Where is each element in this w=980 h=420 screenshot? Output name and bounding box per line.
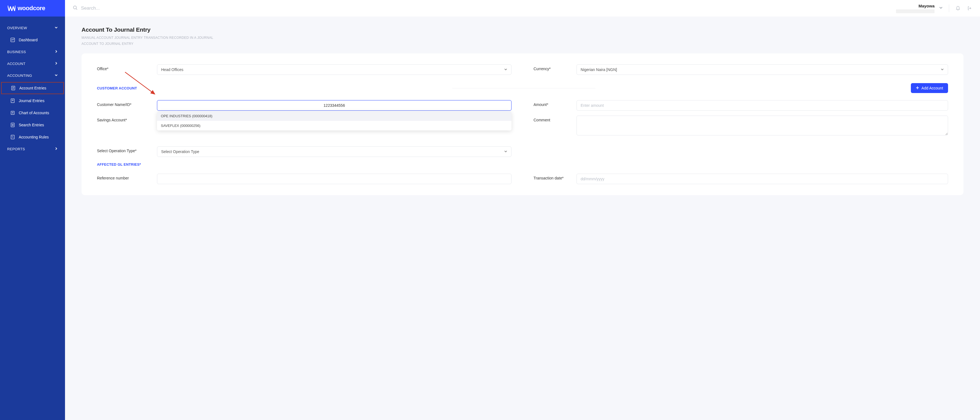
transaction-date-input[interactable] [576, 174, 948, 184]
sidebar-item-label: Chart of Accounts [19, 111, 49, 115]
brand-text: woodcore [18, 5, 45, 12]
content: Account To Journal Entry MANUAL ACCOUNT … [65, 16, 980, 205]
svg-rect-11 [11, 123, 14, 127]
chevron-down-icon [940, 67, 944, 72]
customer-autocomplete-dropdown: OPE INDUSTRIES (000000418) SAVEFLEX (000… [157, 111, 511, 130]
entries-icon [11, 86, 16, 90]
svg-rect-8 [11, 111, 14, 114]
autocomplete-option[interactable]: OPE INDUSTRIES (000000418) [157, 111, 511, 121]
page-subtitle: MANUAL ACCOUNT JOURNAL ENTRY TRANSACTION… [81, 36, 964, 40]
dashboard-icon [11, 38, 15, 42]
sidebar-item-label: Journal Entries [19, 98, 45, 103]
rules-icon [11, 135, 15, 139]
user-menu[interactable]: Mayowa [896, 3, 943, 13]
reference-number-input[interactable] [157, 174, 511, 184]
chevron-down-icon [54, 73, 58, 78]
comment-textarea[interactable] [576, 116, 948, 135]
chevron-down-icon [54, 26, 58, 30]
chevron-right-icon [54, 62, 58, 66]
sidebar-section-label: BUSINESS [7, 50, 26, 54]
svg-point-16 [73, 6, 76, 9]
sidebar-item-dashboard[interactable]: Dashboard [0, 34, 65, 46]
topbar: Mayowa [65, 0, 980, 16]
sidebar-item-label: Search Entries [19, 123, 44, 127]
sidebar-section-label: ACCOUNT [7, 62, 25, 66]
sidebar-item-search-entries[interactable]: Search Entries [0, 119, 65, 131]
search-icon [73, 5, 78, 11]
svg-point-12 [12, 124, 13, 126]
customer-name-input[interactable] [157, 100, 511, 111]
form-card: Office* Head Offices Currency* Ni [81, 53, 964, 195]
svg-line-17 [76, 9, 77, 10]
chevron-right-icon [54, 147, 58, 151]
user-name: Mayowa [919, 3, 935, 8]
sidebar: woodcore OVERVIEW Dashboard BUSINESS [0, 0, 65, 420]
sidebar-item-journal-entries[interactable]: Journal Entries [0, 95, 65, 107]
page-title: Account To Journal Entry [81, 27, 964, 33]
sidebar-section-accounting[interactable]: ACCOUNTING [0, 70, 65, 81]
chevron-right-icon [54, 50, 58, 54]
brand-header: woodcore [0, 0, 65, 16]
gl-entries-heading: AFFECTED GL ENTRIES* [97, 162, 948, 166]
journal-icon [11, 98, 15, 103]
transaction-date-label: Transaction date* [533, 174, 576, 180]
reference-number-label: Reference number [97, 174, 157, 180]
amount-label: Amount* [533, 100, 576, 107]
search-input[interactable] [81, 5, 191, 11]
sidebar-item-chart-of-accounts[interactable]: Chart of Accounts [0, 107, 65, 119]
office-value: Head Offices [161, 67, 183, 72]
logout-icon[interactable] [967, 5, 972, 11]
comment-label: Comment [533, 116, 576, 122]
sidebar-section-label: ACCOUNTING [7, 73, 32, 78]
sidebar-nav: OVERVIEW Dashboard BUSINESS ACCOUNT [0, 16, 65, 420]
bell-icon[interactable] [955, 5, 961, 11]
sidebar-item-label: Accounting Rules [19, 135, 49, 139]
operation-value: Select Operation Type [161, 149, 199, 154]
autocomplete-option[interactable]: SAVEFLEX (000000256) [157, 121, 511, 130]
chart-icon [11, 111, 15, 115]
add-account-button[interactable]: Add Account [911, 83, 948, 93]
add-account-label: Add Account [921, 86, 943, 90]
operation-type-label: Select Operation Type* [97, 146, 157, 153]
savings-account-label: Savings Account* [97, 116, 157, 122]
divider [949, 5, 949, 12]
sidebar-section-account[interactable]: ACCOUNT [0, 58, 65, 70]
office-label: Office* [97, 64, 157, 71]
sidebar-section-overview[interactable]: OVERVIEW [0, 22, 65, 34]
sidebar-section-reports[interactable]: REPORTS [0, 143, 65, 155]
operation-type-select[interactable]: Select Operation Type [157, 146, 511, 157]
search-entries-icon [11, 123, 15, 127]
plus-icon [916, 86, 919, 90]
chevron-down-icon [504, 67, 508, 72]
user-area: Mayowa [896, 3, 972, 13]
currency-value: Nigerian Naira [NGN] [581, 67, 617, 72]
chevron-down-icon [504, 149, 508, 154]
sidebar-section-label: OVERVIEW [7, 26, 27, 30]
sidebar-item-accounting-rules[interactable]: Accounting Rules [0, 131, 65, 143]
sidebar-section-label: REPORTS [7, 147, 25, 151]
search-wrap [73, 5, 892, 11]
customer-name-label: Customer Name/ID* [97, 100, 157, 107]
main: Mayowa Account To Journal Entry MAN [65, 0, 980, 420]
currency-label: Currency* [533, 64, 576, 71]
breadcrumb: ACCOUNT TO JOURNAL ENTRY [81, 42, 964, 46]
chevron-down-icon [939, 6, 943, 11]
customer-account-heading: CUSTOMER ACCOUNT [97, 86, 137, 90]
sidebar-item-label: Account Entries [19, 86, 46, 90]
currency-select[interactable]: Nigerian Naira [NGN] [576, 64, 948, 75]
user-meta-placeholder [896, 10, 935, 13]
sidebar-item-account-entries[interactable]: Account Entries [1, 82, 64, 94]
brand-logo[interactable]: woodcore [8, 5, 45, 12]
sidebar-section-business[interactable]: BUSINESS [0, 46, 65, 58]
office-select[interactable]: Head Offices [157, 64, 511, 75]
brand-mark-icon [8, 5, 16, 11]
amount-input[interactable] [576, 100, 948, 111]
sidebar-item-label: Dashboard [19, 38, 38, 42]
